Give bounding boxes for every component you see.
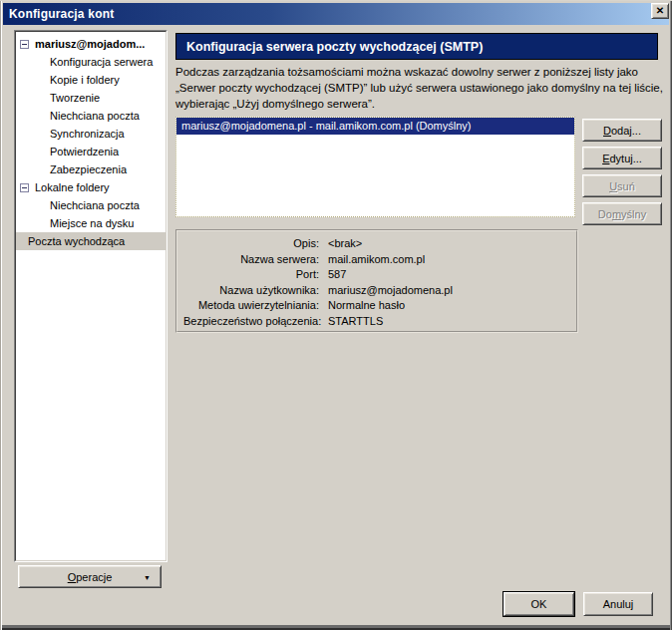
sidebar-item-miejsce-na-dysku[interactable]: Miejsce na dysku <box>16 214 166 232</box>
collapse-icon[interactable] <box>20 40 29 49</box>
sidebar-item-kopie-i-foldery[interactable]: Kopie i foldery <box>16 71 166 89</box>
sidebar-item-konfiguracja-serwera[interactable]: Konfiguracja serwera <box>16 53 166 71</box>
operations-button[interactable]: Operacje ▼ <box>18 565 162 588</box>
detail-value: 587 <box>328 267 568 283</box>
dropdown-arrow-icon: ▼ <box>144 574 151 581</box>
edit-server-button[interactable]: Edytuj... <box>582 147 662 169</box>
detail-label: Port: <box>183 267 319 283</box>
window-title: Konfiguracja kont <box>3 7 114 21</box>
sidebar-item-zabezpieczenia[interactable]: Zabezpieczenia <box>16 160 166 178</box>
add-server-button[interactable]: Dodaj... <box>582 119 662 142</box>
sidebar-item-niechciana-poczta[interactable]: Niechciana poczta <box>16 107 166 125</box>
detail-label: Nazwa serwera: <box>183 252 319 268</box>
account-settings-dialog: Konfiguracja kont ✕ mariusz@mojadom... K… <box>0 0 672 630</box>
remove-server-button: Usuń <box>582 174 662 197</box>
sidebar-item-potwierdzenia[interactable]: Potwierdzenia <box>16 143 166 160</box>
collapse-icon[interactable] <box>20 183 29 192</box>
sidebar-item-synchronizacja[interactable]: Synchronizacja <box>16 125 166 143</box>
detail-label: Opis: <box>183 236 319 252</box>
sidebar-item-poczta-wychodzaca[interactable]: Poczta wychodząca <box>16 232 166 250</box>
smtp-server-item[interactable]: mariusz@mojadomena.pl - mail.amikom.com.… <box>176 118 574 135</box>
detail-value: STARTTLS <box>328 314 568 330</box>
cancel-button[interactable]: Anuluj <box>583 592 653 616</box>
set-default-button: Domyślny <box>582 202 662 225</box>
detail-value: mail.amikom.com.pl <box>328 252 568 268</box>
detail-label: Metoda uwierzytelniania: <box>183 298 319 314</box>
page-title: Konfiguracja serwera poczty wychodzącej … <box>186 40 483 54</box>
description-text: Podczas zarządzania tożsamościami można … <box>175 64 666 112</box>
detail-value: <brak> <box>328 236 568 252</box>
server-details-panel: Opis: <brak> Nazwa serwera: mail.amikom.… <box>175 229 578 333</box>
close-button[interactable]: ✕ <box>651 3 669 19</box>
smtp-server-list[interactable]: mariusz@mojadomena.pl - mail.amikom.com.… <box>175 117 575 217</box>
sidebar-item-account-root[interactable]: mariusz@mojadom... <box>16 35 166 53</box>
page-title-bar: Konfiguracja serwera poczty wychodzącej … <box>175 33 658 60</box>
detail-label: Nazwa użytkownika: <box>183 283 319 299</box>
close-icon: ✕ <box>656 6 664 16</box>
detail-label: Bezpieczeństwo połączenia: <box>183 314 319 330</box>
detail-value: mariusz@mojadomena.pl <box>328 283 568 299</box>
account-tree: mariusz@mojadom... Konfiguracja serwera … <box>14 30 168 562</box>
titlebar[interactable]: Konfiguracja kont <box>3 3 669 25</box>
sidebar-item-lokalne-foldery[interactable]: Lokalne foldery <box>16 178 166 196</box>
sidebar-item-niechciana-poczta-local[interactable]: Niechciana poczta <box>16 196 166 214</box>
ok-button[interactable]: OK <box>504 592 574 616</box>
account-tree-list: mariusz@mojadom... Konfiguracja serwera … <box>15 31 167 561</box>
detail-value: Normalne hasło <box>328 298 568 314</box>
sidebar-item-tworzenie[interactable]: Tworzenie <box>16 89 166 107</box>
